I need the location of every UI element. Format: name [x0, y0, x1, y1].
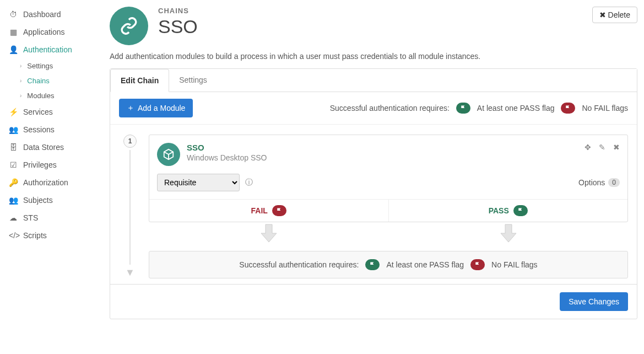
bolt-icon: ⚡ [9, 108, 18, 116]
plus-icon: ＋ [127, 103, 134, 113]
group-icon: 👥 [9, 196, 18, 205]
summary-box: Successful authentication requires: At l… [149, 251, 628, 278]
check-icon: ☑ [9, 160, 18, 169]
code-icon: </> [9, 231, 18, 240]
module-card: SSO Windows Desktop SSO ✥ ✎ ✖ [149, 135, 628, 222]
flag-icon [365, 259, 380, 270]
chevron-right-icon: › [20, 78, 21, 84]
sidebar-sub-settings[interactable]: ›Settings [11, 58, 107, 73]
sidebar-sub-chains[interactable]: ›Chains [11, 73, 107, 88]
arrow-down-icon [388, 222, 628, 248]
criteria-select[interactable]: Requisite [157, 174, 240, 191]
arrow-down-icon: ▼ [125, 267, 135, 278]
page-title: SSO [158, 16, 582, 37]
save-button[interactable]: Save Changes [560, 292, 628, 311]
main-content: CHAINS SSO ✖Delete Add authentication mo… [107, 0, 644, 326]
outcome-pass: PASS [388, 200, 628, 222]
dashboard-icon: ⏱ [9, 10, 18, 19]
flag-icon [456, 103, 470, 114]
toolbar: ＋Add a Module Successful authentication … [110, 92, 637, 125]
module-subtitle: Windows Desktop SSO [187, 153, 267, 162]
user-icon: 👤 [9, 45, 18, 54]
chevron-right-icon: › [20, 93, 21, 99]
sidebar-item-data-stores[interactable]: 🗄Data Stores [0, 138, 107, 156]
options-toggle[interactable]: Options 0 [578, 178, 620, 187]
sidebar-item-sts[interactable]: ☁STS [0, 209, 107, 227]
users-icon: 👥 [9, 125, 18, 134]
sidebar-item-scripts[interactable]: </>Scripts [0, 227, 107, 244]
tab-edit-chain[interactable]: Edit Chain [110, 69, 169, 92]
close-icon: ✖ [599, 10, 606, 19]
move-icon[interactable]: ✥ [585, 143, 591, 152]
key-icon: 🔑 [9, 178, 18, 187]
flag-icon [513, 205, 528, 216]
sidebar-item-services[interactable]: ⚡Services [0, 103, 107, 121]
database-icon: 🗄 [9, 143, 18, 152]
arrow-down-icon [149, 222, 388, 248]
sidebar-item-authentication[interactable]: 👤Authentication [0, 41, 107, 58]
module-icon [157, 143, 180, 166]
sts-icon: ☁ [9, 213, 18, 222]
apps-icon: ▦ [9, 28, 18, 36]
flag-icon [561, 103, 575, 114]
sidebar-item-authorization[interactable]: 🔑Authorization [0, 174, 107, 191]
info-icon[interactable]: ⓘ [245, 178, 253, 187]
sidebar-item-subjects[interactable]: 👥Subjects [0, 191, 107, 209]
chevron-right-icon: › [20, 63, 21, 69]
sidebar-item-dashboard[interactable]: ⏱Dashboard [0, 6, 107, 23]
tabs: Edit Chain Settings [110, 69, 637, 92]
breadcrumb-eyebrow: CHAINS [158, 7, 582, 15]
outcome-fail: FAIL [149, 200, 388, 222]
page-description: Add authentication modules to build a pr… [110, 52, 637, 61]
chain-icon [110, 7, 148, 45]
flag-icon [470, 259, 485, 270]
remove-icon[interactable]: ✖ [613, 143, 620, 152]
flag-icon [272, 205, 286, 216]
sidebar-item-privileges[interactable]: ☑Privileges [0, 156, 107, 174]
sidebar: ⏱Dashboard ▦Applications 👤Authentication… [0, 0, 107, 326]
sidebar-item-sessions[interactable]: 👥Sessions [0, 121, 107, 138]
delete-button[interactable]: ✖Delete [592, 7, 637, 23]
sidebar-item-applications[interactable]: ▦Applications [0, 23, 107, 41]
step-number: 1 [123, 135, 137, 148]
options-count-badge: 0 [608, 178, 620, 187]
add-module-button[interactable]: ＋Add a Module [119, 99, 193, 117]
requirements-text: Successful authentication requires: At l… [330, 103, 628, 114]
edit-icon[interactable]: ✎ [599, 143, 605, 152]
module-title: SSO [187, 143, 267, 152]
main-panel: Edit Chain Settings ＋Add a Module Succes… [110, 68, 637, 319]
sidebar-sub-modules[interactable]: ›Modules [11, 88, 107, 103]
tab-settings[interactable]: Settings [169, 69, 217, 92]
